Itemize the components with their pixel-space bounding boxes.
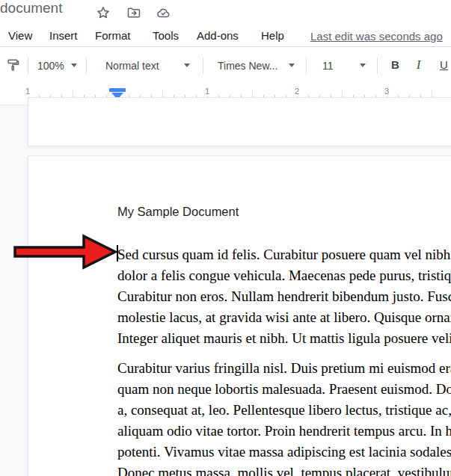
doc-heading: My Sample Document	[117, 205, 239, 219]
text-line: a, consequat at, leo. Pellentesque liber…	[117, 400, 451, 421]
text-line: quam non neque lobortis malesuada. Praes…	[117, 379, 451, 400]
ruler-number: 3	[382, 87, 391, 96]
bold-button[interactable]: B	[391, 58, 399, 71]
paragraph: Sed cursus quam id felis. Curabitur posu…	[117, 244, 451, 349]
page-previous[interactable]	[28, 97, 451, 146]
paint-format-icon[interactable]	[5, 58, 20, 72]
menu-format[interactable]: Format	[95, 29, 131, 42]
ruler-number: 2	[292, 87, 301, 96]
underline-button[interactable]: U	[440, 58, 448, 71]
text-line: Donec metus massa, mollis vel, tempus pl…	[117, 463, 451, 476]
ruler-number: 1	[203, 87, 212, 96]
italic-button[interactable]: I	[417, 58, 420, 72]
menu-view[interactable]: View	[8, 29, 32, 42]
paragraph: Curabitur varius fringilla nisl. Duis pr…	[117, 358, 451, 463]
paragraph-style-select[interactable]: Normal text	[105, 60, 159, 72]
star-icon[interactable]	[96, 5, 111, 20]
first-line-indent-marker[interactable]	[109, 88, 126, 92]
text-line: potenti. Vivamus vitae massa adipiscing …	[117, 442, 451, 463]
separator	[377, 58, 378, 74]
text-line: aliquam odio vitae tortor. Proin hendrer…	[117, 421, 451, 442]
red-arrow-annotation	[12, 232, 118, 272]
text-line: dolor a felis congue vehicula. Maecenas …	[117, 265, 451, 286]
separator	[28, 58, 28, 74]
paragraph: Donec metus massa, mollis vel, tempus pl…	[117, 463, 451, 476]
menu-insert[interactable]: Insert	[49, 29, 78, 42]
cloud-check-icon[interactable]	[156, 5, 171, 20]
text-line: Curabitur non eros. Nullam hendrerit bib…	[117, 286, 451, 307]
menu-addons[interactable]: Add-ons	[197, 29, 239, 42]
font-select[interactable]: Times New...	[218, 60, 277, 72]
text-line: Curabitur varius fringilla nisl. Duis pr…	[117, 358, 451, 379]
font-size-select[interactable]: 11	[322, 60, 334, 72]
text-line: molestie lacus, at gravida wisi ante at …	[117, 307, 451, 328]
separator	[86, 58, 87, 74]
toolbar: 100% Normal text Times New... 11 B I U	[0, 47, 451, 83]
separator	[306, 58, 307, 74]
ruler-number: 1	[23, 87, 32, 96]
move-folder-icon[interactable]	[126, 5, 141, 20]
page-current[interactable]: My Sample Document Sed cursus quam id fe…	[28, 155, 451, 476]
chevron-down-icon[interactable]	[360, 64, 366, 67]
document-title[interactable]: document	[0, 0, 62, 16]
chevron-down-icon[interactable]	[71, 64, 77, 67]
zoom-select[interactable]: 100%	[37, 60, 64, 72]
text-line: Integer aliquet mauris et nibh. Ut matti…	[117, 328, 451, 349]
menu-tools[interactable]: Tools	[153, 29, 179, 42]
last-edit-link[interactable]: Last edit was seconds ago	[310, 30, 443, 43]
text-line: Sed cursus quam id felis. Curabitur posu…	[117, 244, 451, 265]
separator	[203, 58, 203, 74]
menu-help[interactable]: Help	[261, 29, 284, 42]
chevron-down-icon[interactable]	[289, 64, 295, 67]
chevron-down-icon[interactable]	[184, 64, 190, 67]
